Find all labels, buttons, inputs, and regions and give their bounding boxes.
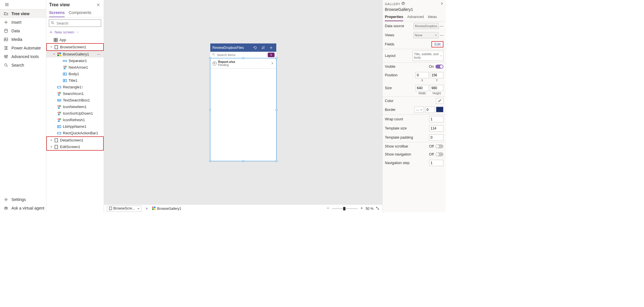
help-icon[interactable] bbox=[401, 2, 405, 6]
chevron-right-icon[interactable] bbox=[271, 61, 274, 66]
tree-node-browse-screen[interactable]: BrowseScreen1 bbox=[47, 44, 103, 50]
zoom-in-button[interactable] bbox=[360, 206, 363, 211]
tree-node-title1[interactable]: Title1 bbox=[46, 77, 104, 84]
tree-node-iconsort[interactable]: IconSortUpDown1 bbox=[46, 110, 104, 117]
svg-rect-28 bbox=[59, 92, 61, 93]
hamburger-button[interactable] bbox=[0, 0, 46, 9]
tree-node-editscreen[interactable]: EditScreen1 bbox=[47, 143, 103, 150]
shownav-toggle[interactable] bbox=[435, 152, 443, 156]
svg-point-10 bbox=[6, 208, 7, 208]
tree-node-iconrefresh[interactable]: IconRefresh1 bbox=[46, 117, 104, 123]
nav-label: Advanced tools bbox=[11, 54, 39, 59]
app-preview[interactable]: ReviewDropboxFiles bbox=[210, 43, 276, 161]
nav-settings[interactable]: Settings bbox=[0, 195, 46, 204]
add-icon[interactable] bbox=[268, 45, 274, 51]
gear-icon bbox=[3, 197, 9, 202]
chevron-down-icon[interactable] bbox=[53, 53, 55, 55]
fullscreen-icon[interactable] bbox=[376, 206, 379, 211]
width-label: Width bbox=[415, 92, 429, 95]
color-swatch-button[interactable] bbox=[436, 98, 443, 104]
tab-advanced[interactable]: Advanced bbox=[407, 13, 424, 21]
tree-node-app[interactable]: App bbox=[46, 37, 104, 43]
breadcrumb-selection[interactable]: BrowseGallery1 bbox=[152, 206, 181, 211]
prop-label: Layout bbox=[385, 54, 396, 58]
zoom-slider[interactable] bbox=[332, 208, 358, 209]
chevron-down-icon[interactable] bbox=[50, 46, 53, 48]
tree-label: BrowseGallery1 bbox=[63, 52, 89, 56]
svg-rect-14 bbox=[54, 40, 55, 42]
sort-icon[interactable] bbox=[260, 45, 266, 51]
tree-search-input[interactable] bbox=[49, 19, 101, 27]
layout-select[interactable]: Title, subtitle, and body bbox=[413, 51, 443, 61]
template-padding-input[interactable] bbox=[429, 134, 443, 141]
views-select[interactable]: None bbox=[413, 32, 439, 38]
tree-node-iconnewitem[interactable]: IconNewItem1 bbox=[46, 103, 104, 110]
nav-data[interactable]: Data bbox=[0, 27, 46, 35]
breadcrumb-screen-dropdown[interactable]: BrowseScre... bbox=[107, 206, 141, 212]
gallery-selection[interactable]: ✎ Report.xlsx Pending bbox=[210, 58, 276, 161]
chevron-down-icon bbox=[137, 207, 140, 211]
nav-virtual-agent[interactable]: Ask a virtual agent bbox=[0, 204, 46, 212]
chevron-right-icon[interactable] bbox=[440, 2, 443, 6]
nav-advanced-tools[interactable]: Advanced tools bbox=[0, 52, 46, 61]
border-color-swatch[interactable] bbox=[436, 107, 443, 112]
data-source-select[interactable]: ReviewDropbox... bbox=[413, 23, 439, 29]
tree-node-rectangle11[interactable]: Rectangle1↑ bbox=[46, 84, 104, 90]
breadcrumb-separator bbox=[145, 207, 148, 211]
tab-ideas[interactable]: Ideas bbox=[428, 13, 437, 21]
gallery-item[interactable]: ✎ Report.xlsx Pending bbox=[210, 58, 276, 69]
tab-components[interactable]: Components bbox=[69, 9, 91, 17]
tree-node-separator[interactable]: Separator1 bbox=[46, 57, 104, 64]
position-x-input[interactable] bbox=[415, 72, 429, 78]
tree-node-textsearchbox[interactable]: TextSearchBox1 bbox=[46, 97, 104, 103]
tab-properties[interactable]: Properties bbox=[385, 13, 403, 21]
svg-rect-45 bbox=[152, 208, 154, 210]
tab-screens[interactable]: Screens bbox=[49, 9, 65, 17]
nav-search[interactable]: Search bbox=[0, 61, 46, 69]
shownav-value: Off bbox=[429, 152, 434, 156]
tree-node-browse-gallery[interactable]: BrowseGallery1 ⋯ bbox=[46, 51, 104, 57]
svg-rect-17 bbox=[57, 53, 59, 54]
border-width-input[interactable] bbox=[425, 107, 435, 113]
search-items-input[interactable] bbox=[217, 53, 266, 57]
wrap-count-input[interactable] bbox=[429, 116, 443, 122]
nav-insert[interactable]: Insert bbox=[0, 18, 46, 27]
width-input[interactable] bbox=[415, 85, 429, 91]
navstep-input[interactable] bbox=[429, 160, 443, 166]
svg-rect-38 bbox=[55, 139, 58, 142]
visible-toggle[interactable] bbox=[435, 65, 443, 69]
close-icon[interactable] bbox=[96, 2, 101, 7]
tree-node-lblappname[interactable]: LblAppName1 bbox=[46, 123, 104, 130]
prop-label: Template padding bbox=[385, 135, 413, 139]
tree-node-rectquickaction[interactable]: RectQuickActionBar1 bbox=[46, 130, 104, 136]
svg-point-40 bbox=[212, 53, 214, 55]
new-screen-button[interactable]: New screen bbox=[49, 30, 79, 34]
border-style-select[interactable]: — bbox=[414, 107, 424, 113]
nav-media[interactable]: Media bbox=[0, 35, 46, 44]
svg-rect-37 bbox=[57, 132, 61, 134]
edit-fields-button[interactable]: Edit bbox=[431, 41, 443, 47]
tree-node-detailscreen[interactable]: DetailScreen1 bbox=[47, 137, 103, 143]
more-icon[interactable]: ⋯ bbox=[440, 33, 443, 37]
icon-control-icon bbox=[63, 65, 67, 69]
canvas-area: ReviewDropboxFiles bbox=[104, 0, 382, 212]
tree-label: DetailScreen1 bbox=[60, 138, 83, 142]
nav-label: Search bbox=[11, 63, 24, 67]
refresh-icon[interactable] bbox=[252, 45, 258, 51]
tree-node-nextarrow[interactable]: NextArrow1 bbox=[46, 64, 104, 71]
chevron-right-icon[interactable] bbox=[50, 145, 53, 148]
template-size-input[interactable] bbox=[429, 125, 443, 131]
height-input[interactable] bbox=[430, 85, 443, 91]
item-subtitle: Pending bbox=[218, 63, 269, 67]
chevron-right-icon[interactable] bbox=[50, 139, 53, 141]
lightbulb-action-icon[interactable] bbox=[268, 53, 275, 57]
more-icon[interactable]: ⋯ bbox=[440, 24, 443, 28]
more-icon[interactable]: ⋯ bbox=[97, 52, 101, 56]
nav-power-automate[interactable]: Power Automate bbox=[0, 44, 46, 52]
tree-node-searchicon1[interactable]: SearchIcon1 bbox=[46, 90, 104, 97]
zoom-out-button[interactable] bbox=[326, 206, 330, 211]
tree-node-body1[interactable]: Body1 bbox=[46, 71, 104, 77]
scrollbar-toggle[interactable] bbox=[435, 144, 443, 148]
position-y-input[interactable] bbox=[430, 72, 443, 78]
nav-tree-view[interactable]: Tree view bbox=[0, 9, 46, 18]
